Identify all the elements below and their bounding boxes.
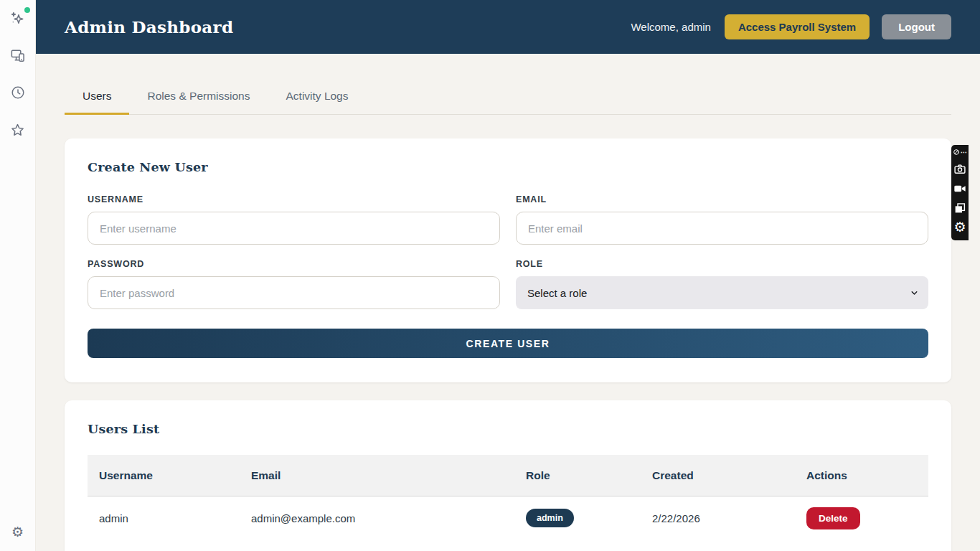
windows-icon[interactable] bbox=[953, 202, 966, 215]
capture-handle-icon[interactable]: ⋯ bbox=[953, 148, 968, 156]
col-role: Role bbox=[514, 469, 641, 482]
username-label: USERNAME bbox=[88, 194, 500, 204]
cell-actions: Delete bbox=[795, 507, 928, 529]
create-user-button[interactable]: CREATE USER bbox=[88, 329, 928, 358]
icon-sidebar: ⚙ bbox=[0, 0, 36, 551]
devices-icon[interactable] bbox=[9, 46, 27, 65]
role-label: ROLE bbox=[516, 259, 928, 269]
password-label: PASSWORD bbox=[88, 259, 500, 269]
delete-button[interactable]: Delete bbox=[806, 507, 860, 529]
video-camera-icon[interactable] bbox=[953, 182, 966, 195]
cell-role: admin bbox=[514, 509, 641, 527]
users-list-card: Users List Username Email Role Created A… bbox=[65, 400, 951, 551]
create-user-card: Create New User USERNAME EMAIL PASSWORD … bbox=[65, 138, 951, 382]
username-field-group: USERNAME bbox=[88, 194, 500, 245]
logout-button[interactable]: Logout bbox=[882, 14, 951, 39]
welcome-text: Welcome, admin bbox=[631, 21, 710, 33]
capture-toolbar: ⋯ ⚙ bbox=[951, 145, 969, 240]
role-select-value: Select a role bbox=[527, 287, 587, 299]
cell-created: 2/22/2026 bbox=[641, 512, 795, 524]
star-icon[interactable] bbox=[9, 121, 27, 139]
password-input[interactable] bbox=[88, 276, 500, 309]
col-username: Username bbox=[88, 469, 240, 482]
create-user-title: Create New User bbox=[88, 160, 928, 174]
page-title: Admin Dashboard bbox=[65, 17, 233, 37]
role-badge: admin bbox=[526, 509, 574, 527]
tab-users[interactable]: Users bbox=[65, 83, 129, 115]
username-input[interactable] bbox=[88, 212, 500, 245]
more-dots-icon: ⋯ bbox=[961, 150, 968, 154]
users-table-header: Username Email Role Created Actions bbox=[88, 455, 928, 496]
clock-icon[interactable] bbox=[9, 83, 27, 102]
tab-roles-permissions[interactable]: Roles & Permissions bbox=[129, 83, 268, 115]
sparkle-icon[interactable] bbox=[9, 9, 27, 27]
users-list-title: Users List bbox=[88, 422, 928, 436]
tab-activity-logs[interactable]: Activity Logs bbox=[268, 83, 366, 115]
cell-email: admin@example.com bbox=[240, 512, 514, 524]
users-table: Username Email Role Created Actions admi… bbox=[88, 455, 928, 540]
tab-bar: Users Roles & Permissions Activity Logs bbox=[65, 83, 951, 115]
gear-icon[interactable]: ⚙ bbox=[953, 221, 966, 234]
col-email: Email bbox=[240, 469, 514, 482]
settings-gear-icon[interactable]: ⚙ bbox=[9, 522, 27, 541]
col-actions: Actions bbox=[795, 469, 928, 482]
camera-icon[interactable] bbox=[953, 163, 966, 176]
chevron-down-icon bbox=[910, 288, 919, 298]
email-input[interactable] bbox=[516, 212, 928, 245]
online-status-dot bbox=[24, 7, 30, 13]
password-field-group: PASSWORD bbox=[88, 259, 500, 309]
access-payroll-button[interactable]: Access Payroll System bbox=[725, 14, 870, 39]
col-created: Created bbox=[641, 469, 795, 482]
email-label: EMAIL bbox=[516, 194, 928, 204]
email-field-group: EMAIL bbox=[516, 194, 928, 245]
table-row: admin admin@example.com admin 2/22/2026 … bbox=[88, 496, 928, 540]
app-header: Admin Dashboard Welcome, admin Access Pa… bbox=[36, 0, 980, 54]
role-select[interactable]: Select a role bbox=[516, 276, 928, 309]
role-field-group: ROLE Select a role bbox=[516, 259, 928, 309]
cell-username: admin bbox=[88, 512, 240, 524]
